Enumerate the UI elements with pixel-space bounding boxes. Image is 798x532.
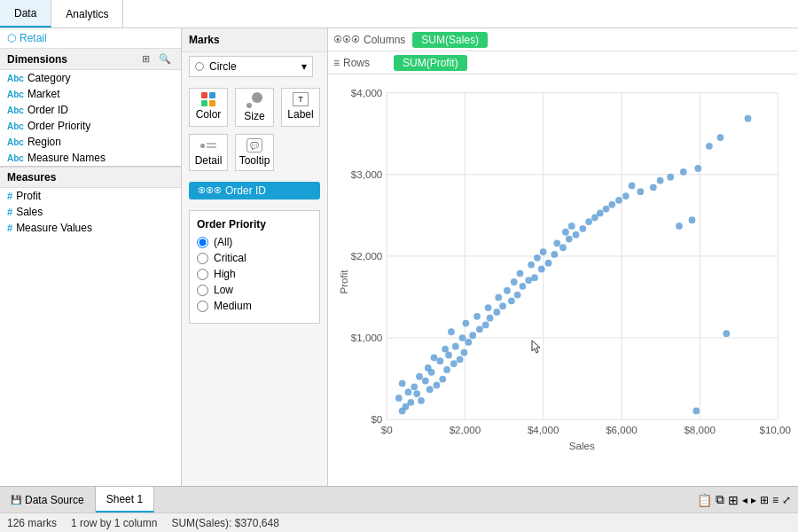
svg-point-52 [448,328,455,335]
filter-radio-medium[interactable] [197,301,208,312]
size-button[interactable]: Size [235,88,274,127]
filter-label-low: Low [214,284,233,296]
label-icon: T [293,92,309,106]
measures-title: Measures [7,171,56,184]
nav-left-icon[interactable]: ◂ [742,494,747,506]
tab-data[interactable]: Data [0,0,51,27]
detail-button[interactable]: Detail [189,134,228,171]
svg-point-39 [425,364,432,372]
marks-type-dropdown[interactable]: Circle ▾ [189,56,313,77]
svg-point-27 [395,395,403,402]
filter-radio-high[interactable] [197,269,208,280]
nav-right-icon[interactable]: ▸ [751,494,756,506]
order-id-label: Order ID [225,184,266,197]
filter-section: Order Priority (All) Critical High Low M… [189,210,320,324]
filter-option-critical[interactable]: Critical [197,252,312,264]
rows-pill[interactable]: SUM(Profit) [394,55,467,71]
left-panel: ⬡ Retail Dimensions ⊞ 🔍 AbcCategory AbcM… [0,28,182,486]
view-options-icon[interactable]: ⊞ [760,494,769,506]
filter-option-low[interactable]: Low [197,284,312,296]
marks-count: 126 marks [7,517,57,529]
svg-point-43 [431,354,438,361]
svg-point-41 [450,360,458,367]
svg-text:$2,000: $2,000 [450,424,481,435]
filter-radio-critical[interactable] [197,253,208,264]
data-source-label: Data Source [25,494,84,506]
retail-label: Retail [20,32,47,44]
svg-point-99 [745,115,752,122]
retail-item[interactable]: ⬡ Retail [0,28,181,48]
label-button[interactable]: T Label [281,88,320,127]
dim-order-id[interactable]: AbcOrder ID [0,102,181,118]
svg-text:$0: $0 [381,424,393,435]
svg-point-62 [495,294,502,301]
measure-values[interactable]: #Measure Values [0,220,181,236]
svg-point-100 [717,134,724,141]
filter-label-high: High [214,268,236,280]
size-icon [246,92,262,108]
svg-point-76 [559,244,567,251]
svg-point-77 [553,239,560,246]
color-button[interactable]: Color [189,88,228,127]
svg-point-79 [573,231,580,239]
spacer [281,134,320,171]
status-bar: 126 marks 1 row by 1 column SUM(Sales): … [0,512,798,532]
grid-view-icon[interactable]: ⊞ [139,52,153,66]
svg-point-37 [439,376,446,383]
tab-analytics[interactable]: Analytics [51,0,123,27]
tab-sheet1[interactable]: Sheet 1 [96,487,154,512]
duplicate-sheet-icon[interactable]: ⧉ [716,492,724,507]
expand-icon[interactable]: ⤢ [782,494,791,506]
datasource-icon: 💾 [11,495,21,505]
dim-order-priority[interactable]: AbcOrder Priority [0,118,181,134]
svg-text:Profit: Profit [338,270,349,294]
svg-point-50 [459,334,466,341]
tooltip-button[interactable]: 💬 Tooltip [235,134,274,171]
filter-option-all[interactable]: (All) [197,236,312,248]
sum-sales-status: SUM(Sales): $370,648 [171,517,278,529]
tab-data-source[interactable]: 💾 Data Source [0,487,96,512]
filter-option-high[interactable]: High [197,268,312,280]
filter-radio-low[interactable] [197,285,208,296]
new-dashboard-icon[interactable]: ⊞ [728,493,739,507]
filter-label-medium: Medium [214,300,252,312]
svg-point-78 [566,236,573,243]
bottom-tab-icons: 📋 ⧉ ⊞ ◂ ▸ ⊞ ≡ ⤢ [690,487,798,512]
dimensions-title: Dimensions [7,53,67,66]
dim-market[interactable]: AbcMarket [0,86,181,102]
svg-point-71 [528,262,535,269]
columns-pill[interactable]: SUM(Sales) [412,32,488,48]
marks-header: Marks [182,28,327,52]
svg-point-92 [629,183,636,190]
svg-point-94 [657,177,664,184]
new-sheet-icon[interactable]: 📋 [697,493,712,507]
dimensions-list: AbcCategory AbcMarket AbcOrder ID AbcOrd… [0,70,181,166]
search-icon[interactable]: 🔍 [156,52,174,66]
dim-category[interactable]: AbcCategory [0,70,181,86]
order-id-pill[interactable]: ⦿⦿⦿ Order ID [189,182,320,200]
dim-measure-names[interactable]: AbcMeasure Names [0,150,181,166]
svg-point-64 [504,287,511,294]
bottom-tabs: 💾 Data Source Sheet 1 📋 ⧉ ⊞ ◂ ▸ ⊞ ≡ ⤢ [0,486,798,512]
dim-region[interactable]: AbcRegion [0,134,181,150]
svg-point-72 [545,260,552,267]
svg-point-102 [723,330,730,337]
chart-canvas: Profit [335,82,791,482]
filter-option-medium[interactable]: Medium [197,300,312,312]
svg-point-54 [482,322,489,329]
svg-point-60 [499,302,506,309]
svg-point-33 [399,380,406,387]
svg-point-87 [608,201,615,208]
dimensions-icons: ⊞ 🔍 [139,52,174,66]
svg-point-70 [538,266,545,273]
list-view-icon[interactable]: ≡ [772,494,778,506]
measure-sales[interactable]: #Sales [0,204,181,220]
filter-radio-all[interactable] [197,237,208,248]
svg-point-75 [540,248,547,255]
svg-text:$3,000: $3,000 [351,168,383,180]
svg-point-49 [465,339,472,346]
svg-point-80 [562,229,569,236]
rows-label: ≡ Rows [333,57,387,69]
measure-profit[interactable]: #Profit [0,188,181,204]
dimensions-header: Dimensions ⊞ 🔍 [0,48,181,70]
